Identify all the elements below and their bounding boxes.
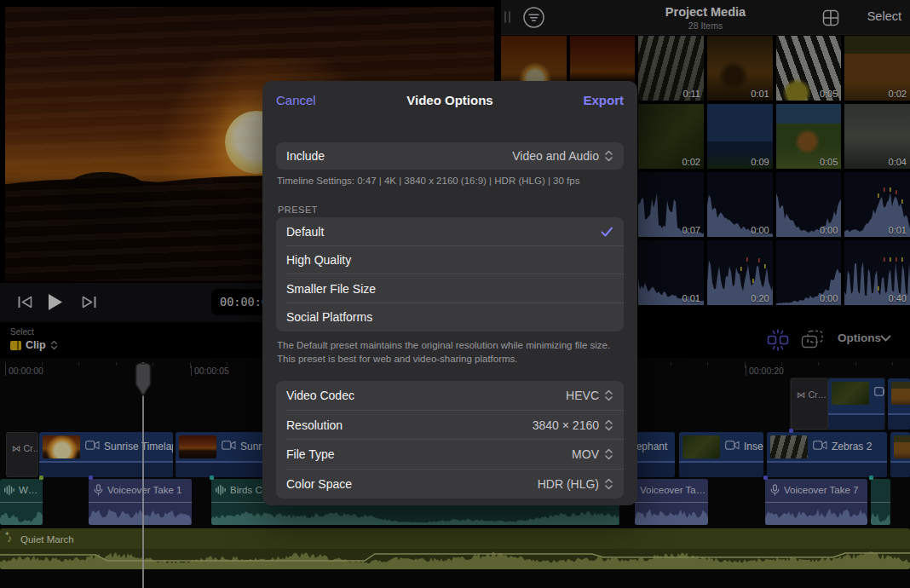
video-options-dialog: Cancel Video Options Export Include Vide… xyxy=(262,81,637,505)
dialog-title: Video Options xyxy=(262,93,637,107)
setting-label: Video Codec xyxy=(286,389,354,402)
include-value: Video and Audio xyxy=(512,149,599,163)
preset-label: Smaller File Size xyxy=(286,282,376,296)
preset-section-header: PRESET xyxy=(278,205,318,215)
chevron-updown-icon xyxy=(604,448,613,460)
setting-row-video-codec[interactable]: Video CodecHEVC xyxy=(276,381,624,411)
export-button[interactable]: Export xyxy=(583,93,624,107)
include-label: Include xyxy=(286,149,325,163)
preset-label: Default xyxy=(286,225,324,239)
chevron-updown-icon xyxy=(604,419,613,431)
setting-label: Resolution xyxy=(286,418,343,432)
setting-row-resolution[interactable]: Resolution3840 × 2160 xyxy=(276,411,624,441)
setting-value: HDR (HLG) xyxy=(538,477,599,491)
setting-label: Color Space xyxy=(286,477,352,491)
preset-group: DefaultHigh QualitySmaller File SizeSoci… xyxy=(276,217,624,331)
timeline-settings-caption: Timeline Settings: 0:47 | 4K | 3840 x 21… xyxy=(277,174,618,187)
include-group: Include Video and Audio xyxy=(276,142,624,170)
settings-group: Video CodecHEVCResolution3840 × 2160File… xyxy=(276,381,624,499)
preset-option-smaller-file-size[interactable]: Smaller File Size xyxy=(276,274,624,303)
app-root: 00:00:03 Select Clip Project Media 28 It… xyxy=(0,0,910,588)
preset-description: The Default preset maintains the origina… xyxy=(277,338,621,366)
setting-value: HEVC xyxy=(566,389,599,402)
chevron-updown-icon xyxy=(604,150,613,162)
preset-label: High Quality xyxy=(286,253,351,267)
preset-option-default[interactable]: Default xyxy=(276,217,624,246)
setting-value: 3840 × 2160 xyxy=(533,418,599,432)
preset-label: Social Platforms xyxy=(286,310,372,324)
setting-value: MOV xyxy=(572,447,599,461)
checkmark-icon xyxy=(601,227,613,237)
setting-label: File Type xyxy=(286,447,335,461)
setting-row-color-space[interactable]: Color SpaceHDR (HLG) xyxy=(276,470,624,499)
setting-row-file-type[interactable]: File TypeMOV xyxy=(276,440,624,470)
preset-option-social-platforms[interactable]: Social Platforms xyxy=(276,303,624,332)
chevron-updown-icon xyxy=(604,478,613,490)
include-row[interactable]: Include Video and Audio xyxy=(276,142,624,170)
chevron-updown-icon xyxy=(604,389,613,401)
preset-option-high-quality[interactable]: High Quality xyxy=(276,246,624,275)
